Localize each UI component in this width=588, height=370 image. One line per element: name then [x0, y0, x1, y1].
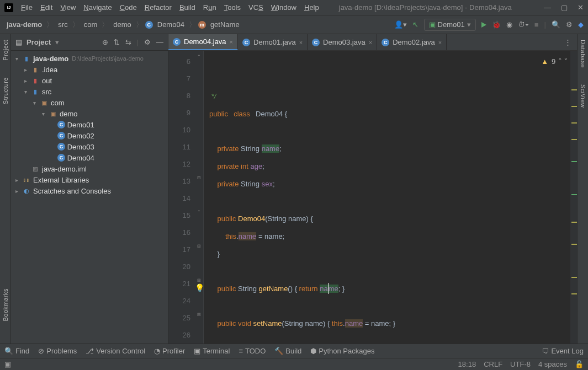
tree-out[interactable]: ▸▮out — [11, 75, 168, 86]
tab-close-icon[interactable]: × — [369, 39, 372, 46]
menu-help[interactable]: Help — [301, 2, 322, 13]
menu-navigate[interactable]: Navigate — [80, 2, 115, 13]
tree-idea[interactable]: ▸▮.idea — [11, 64, 168, 75]
left-tool-rail: Project Structure Bookmarks — [0, 34, 11, 344]
profile-icon[interactable]: ⏱▾ — [518, 20, 529, 29]
sidebar-title[interactable]: Project — [27, 38, 51, 46]
menu-tools[interactable]: Tools — [221, 2, 244, 13]
crumb-method[interactable]: getName — [208, 19, 242, 30]
locate-icon[interactable]: ⊕ — [102, 38, 108, 46]
tool-todo[interactable]: ≡ TODO — [239, 347, 266, 355]
minimize-button[interactable]: — — [544, 3, 551, 12]
tree-ext-lib[interactable]: ▸⫾⫾External Libraries — [11, 174, 168, 185]
sidebar-header: ▤ Project ▾ ⊕ ⇅ ⇆ | ⚙ — — [11, 34, 168, 51]
menu-refactor[interactable]: Refactor — [141, 2, 175, 13]
tool-build[interactable]: 🔨 Build — [274, 347, 301, 355]
run-config-select[interactable]: ▣ Demo01 ▾ — [424, 19, 476, 31]
hide-icon[interactable]: — — [156, 38, 163, 46]
line-gutter[interactable]: 678 91011 121314 151617 202124 252627 — [168, 51, 196, 344]
fold-gutter[interactable]: ⌃ ⊟ ⌃ ⊞ ⊞ ⊟ — [196, 51, 204, 344]
status-enc[interactable]: UTF-8 — [510, 360, 531, 368]
status-indent[interactable]: 4 spaces — [538, 360, 567, 368]
maximize-button[interactable]: ▢ — [561, 3, 568, 12]
tree-demo03[interactable]: C Demo03 — [11, 141, 168, 152]
close-button[interactable]: ✕ — [578, 3, 584, 12]
editor-pane: CDemo04.java× CDemo01.java× CDemo03.java… — [168, 34, 577, 344]
editor-warnings[interactable]: ▲9 ˆ ˇ — [541, 53, 567, 70]
status-lock-icon[interactable]: 🔓 — [575, 360, 584, 368]
tool-eventlog[interactable]: 🗨 Event Log — [542, 347, 584, 355]
gear-icon[interactable]: ⚙ — [144, 38, 151, 46]
coverage-icon[interactable]: ◉ — [506, 20, 512, 29]
tool-find[interactable]: 🔍 Find — [4, 347, 29, 355]
crumb-class[interactable]: Demo04 — [155, 19, 187, 30]
menu-window[interactable]: Window — [268, 2, 300, 13]
tree-com[interactable]: ▾▣com — [11, 97, 168, 108]
tab-demo04[interactable]: CDemo04.java× — [168, 34, 238, 50]
crumb-pkg-demo[interactable]: demo — [111, 19, 134, 30]
rail-structure[interactable]: Structure — [2, 77, 9, 104]
tree-demo02[interactable]: C Demo02 — [11, 130, 168, 141]
project-sidebar: ▤ Project ▾ ⊕ ⇅ ⇆ | ⚙ — ▾▮java-demoD:\Id… — [11, 34, 168, 344]
crumb-project[interactable]: java-demo — [4, 19, 44, 30]
main-menu: File Edit View Navigate Code Refactor Bu… — [18, 2, 322, 13]
tab-close-icon[interactable]: × — [299, 39, 303, 46]
tab-close-icon[interactable]: × — [230, 39, 233, 45]
tool-python[interactable]: ⬢ Python Packages — [310, 347, 374, 355]
tool-problems[interactable]: ⊘ Problems — [38, 347, 77, 355]
rail-database[interactable]: Database — [580, 40, 586, 68]
tab-close-icon[interactable]: × — [438, 39, 442, 46]
rail-project[interactable]: Project — [2, 40, 9, 61]
menu-code[interactable]: Code — [116, 2, 140, 13]
tab-demo02[interactable]: CDemo02.java× — [377, 34, 447, 50]
menu-vcs[interactable]: VCS — [245, 2, 267, 13]
tool-terminal[interactable]: ▣ Terminal — [194, 347, 230, 355]
navigation-bar: java-demo〉 src〉 com〉 demo〉 C Demo04〉 m g… — [0, 15, 588, 34]
menu-run[interactable]: Run — [200, 2, 220, 13]
right-tool-rail: Database SciView — [577, 34, 588, 344]
tab-label: Demo02.java — [393, 38, 435, 46]
tree-demo-pkg[interactable]: ▾▣demo — [11, 108, 168, 119]
titlebar: IJ File Edit View Navigate Code Refactor… — [0, 0, 588, 15]
tree-demo04[interactable]: C Demo04 — [11, 152, 168, 163]
ide-update-icon[interactable]: ◆ — [578, 20, 584, 29]
tabs-more-icon[interactable]: ⋮ — [559, 34, 577, 50]
run-icon[interactable] — [481, 22, 486, 28]
menu-edit[interactable]: Edit — [37, 2, 56, 13]
editor-minimap[interactable] — [570, 51, 577, 344]
tab-label: Demo01.java — [253, 38, 296, 46]
add-user-icon[interactable]: 👤▾ — [394, 20, 407, 29]
rail-bookmarks[interactable]: Bookmarks — [2, 288, 9, 321]
tree-scratch[interactable]: ▸◐Scratches and Consoles — [11, 185, 168, 196]
tool-vcs[interactable]: ⎇ Version Control — [86, 347, 145, 355]
collapse-icon[interactable]: ⇆ — [125, 38, 131, 46]
breadcrumb[interactable]: java-demo〉 src〉 com〉 demo〉 C Demo04〉 m g… — [4, 19, 394, 30]
settings-icon[interactable]: ⚙ — [566, 20, 573, 29]
crumb-src[interactable]: src — [56, 19, 70, 30]
code-area[interactable]: ▲9 ˆ ˇ */ public class Demo04 { private … — [204, 51, 570, 344]
stop-icon[interactable]: ■ — [534, 20, 539, 29]
crumb-pkg-com[interactable]: com — [82, 19, 100, 30]
project-tree[interactable]: ▾▮java-demoD:\IdeaProjects\java-demo ▸▮.… — [11, 51, 168, 344]
intention-bulb-icon[interactable]: 💡 — [195, 280, 204, 297]
rail-sciview[interactable]: SciView — [580, 84, 586, 108]
editor-tabs: CDemo04.java× CDemo01.java× CDemo03.java… — [168, 34, 577, 51]
tree-iml[interactable]: ▨java-demo.iml — [11, 163, 168, 174]
menu-file[interactable]: File — [18, 2, 36, 13]
tab-demo03[interactable]: CDemo03.java× — [308, 34, 377, 50]
status-toggle-icon[interactable]: ▣ — [4, 360, 11, 368]
menu-build[interactable]: Build — [176, 2, 199, 13]
expand-icon[interactable]: ⇅ — [114, 38, 120, 46]
tree-src[interactable]: ▾▮src — [11, 86, 168, 97]
tool-profiler[interactable]: ◔ Profiler — [154, 347, 185, 355]
status-bar: ▣ 18:18 CRLF UTF-8 4 spaces 🔓 — [0, 358, 588, 370]
status-eol[interactable]: CRLF — [484, 360, 502, 368]
search-icon[interactable]: 🔍 — [552, 20, 560, 29]
build-hammer-icon[interactable]: ↖ — [412, 20, 419, 29]
debug-icon[interactable]: 🐞 — [492, 20, 501, 29]
status-pos[interactable]: 18:18 — [458, 360, 476, 368]
tree-root[interactable]: ▾▮java-demoD:\IdeaProjects\java-demo — [11, 53, 168, 64]
tree-demo01[interactable]: C Demo01 — [11, 119, 168, 130]
tab-demo01[interactable]: CDemo01.java× — [238, 34, 308, 50]
menu-view[interactable]: View — [57, 2, 79, 13]
